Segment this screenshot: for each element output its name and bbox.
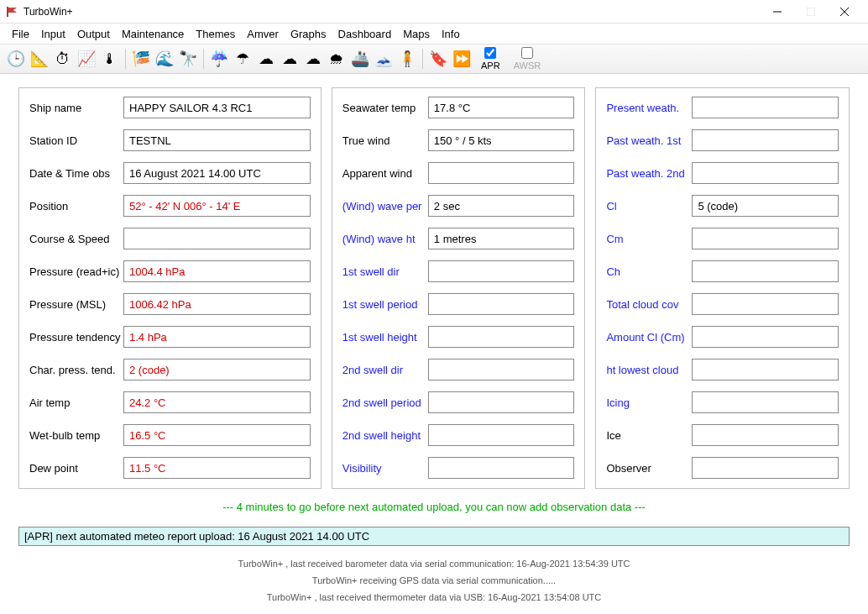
binoculars-icon[interactable]: 🔭 <box>177 48 199 70</box>
menu-graphs[interactable]: Graphs <box>285 26 332 42</box>
form-row: Date & Time obs16 August 2021 14.00 UTC <box>29 162 311 184</box>
field-value[interactable] <box>428 162 575 184</box>
field-value[interactable] <box>428 424 575 446</box>
field-label: Total cloud cov <box>606 298 692 311</box>
field-value[interactable]: TESTNL <box>123 129 311 151</box>
menu-amver[interactable]: Amver <box>242 26 284 42</box>
form-row: Course & Speed <box>29 228 311 249</box>
form-row: Station IDTESTNL <box>29 129 311 151</box>
field-value[interactable] <box>428 391 575 413</box>
field-label: 1st swell period <box>342 298 428 311</box>
cloud-cm-icon[interactable]: ☁ <box>279 48 301 70</box>
field-label: Amount Cl (Cm) <box>606 331 692 344</box>
gauge-icon[interactable]: ⏱ <box>52 48 74 70</box>
menu-input[interactable]: Input <box>36 26 71 42</box>
field-value[interactable] <box>692 391 839 413</box>
field-value[interactable]: 1 metres <box>428 228 575 249</box>
field-value[interactable] <box>692 228 839 249</box>
clock-icon[interactable]: 🕒 <box>5 48 27 70</box>
awsr-checkbox[interactable]: AWSR <box>514 47 541 71</box>
field-label: 2nd swell dir <box>342 364 428 376</box>
close-button[interactable] <box>828 0 861 24</box>
field-value[interactable] <box>692 97 839 118</box>
umbrella-icon[interactable]: ☂ <box>232 48 254 70</box>
field-value[interactable] <box>692 326 839 348</box>
maximize-button[interactable] <box>794 0 828 24</box>
status-line: TurboWin+ , last received thermometer da… <box>0 590 868 606</box>
field-value[interactable]: 24.2 °C <box>123 391 311 413</box>
field-label: Past weath. 2nd <box>606 167 692 180</box>
field-value[interactable]: 5 (code) <box>692 195 839 217</box>
field-value[interactable]: 2 sec <box>428 195 575 217</box>
form-row: 1st swell dir <box>342 260 575 282</box>
form-row: Seawater temp17.8 °C <box>342 97 575 118</box>
field-label: 2nd swell height <box>342 429 428 442</box>
field-value[interactable]: 16 August 2021 14.00 UTC <box>123 162 311 184</box>
field-value[interactable] <box>428 293 575 315</box>
menu-info[interactable]: Info <box>437 26 465 42</box>
form-row: Observer <box>606 457 839 479</box>
menu-dashboard[interactable]: Dashboard <box>333 26 397 42</box>
apr-checkbox[interactable]: APR <box>481 47 500 71</box>
cloud-total-icon[interactable]: 🌧 <box>326 48 348 70</box>
rain-purple-icon[interactable]: ☔ <box>208 48 230 70</box>
field-value[interactable]: 11.5 °C <box>123 457 311 479</box>
toolbar: 🕒📐⏱📈🌡🎏🌊🔭☔☂☁☁☁🌧🚢🗻🧍🔖⏩ APR AWSR <box>0 44 868 74</box>
field-value[interactable]: 1006.42 hPa <box>123 293 311 315</box>
field-value[interactable] <box>428 457 575 479</box>
form-row: Past weath. 1st <box>606 129 839 151</box>
field-value[interactable] <box>692 359 839 380</box>
form-row: Pressure (read+ic)1004.4 hPa <box>29 260 311 282</box>
field-value[interactable] <box>428 260 575 282</box>
field-value[interactable]: HAPPY SAILOR 4.3 RC1 <box>123 97 311 118</box>
bookmark-icon[interactable]: 🔖 <box>427 48 449 70</box>
form-row: Cl5 (code) <box>606 195 839 217</box>
thermometer-icon[interactable]: 🌡 <box>99 48 121 70</box>
field-label: Icing <box>606 396 692 409</box>
field-value[interactable]: 52° - 42' N 006° - 14' E <box>123 195 311 217</box>
person-icon[interactable]: 🧍 <box>396 48 418 70</box>
wave-icon[interactable]: 🌊 <box>154 48 175 70</box>
field-label: Course & Speed <box>29 233 123 245</box>
field-value[interactable] <box>123 228 311 249</box>
field-value[interactable] <box>692 293 839 315</box>
field-value[interactable]: 17.8 °C <box>428 97 575 118</box>
menu-maps[interactable]: Maps <box>398 26 435 42</box>
form-row: Past weath. 2nd <box>606 162 839 184</box>
field-label: Past weath. 1st <box>606 134 692 147</box>
form-row: Dew point11.5 °C <box>29 457 311 479</box>
field-label: Observer <box>606 462 692 475</box>
field-label: Pressure tendency <box>29 331 123 344</box>
field-value[interactable]: 1.4 hPa <box>123 326 311 348</box>
field-value[interactable]: 1004.4 hPa <box>123 260 311 282</box>
menu-themes[interactable]: Themes <box>191 26 240 42</box>
field-value[interactable] <box>692 457 839 479</box>
ship-icon[interactable]: 🚢 <box>349 48 371 70</box>
windsock-icon[interactable]: 🎏 <box>130 48 152 70</box>
field-value[interactable]: 16.5 °C <box>123 424 311 446</box>
field-value[interactable] <box>692 260 839 282</box>
form-row: 1st swell period <box>342 293 575 315</box>
menu-output[interactable]: Output <box>72 26 115 42</box>
form-row: Ship nameHAPPY SAILOR 4.3 RC1 <box>29 97 311 118</box>
form-row: Ch <box>606 260 839 282</box>
field-value[interactable]: 150 ° / 5 kts <box>428 129 575 151</box>
iceberg-icon[interactable]: 🗻 <box>373 48 395 70</box>
field-value[interactable] <box>428 326 575 348</box>
field-value[interactable] <box>428 359 575 380</box>
group-weather-clouds: Present weath.Past weath. 1stPast weath.… <box>595 87 850 489</box>
forward-icon[interactable]: ⏩ <box>451 48 473 70</box>
menu-maintenance[interactable]: Maintenance <box>117 26 189 42</box>
field-value[interactable]: 2 (code) <box>123 359 311 380</box>
minimize-button[interactable] <box>761 0 794 24</box>
cloud-ch-icon[interactable]: ☁ <box>302 48 324 70</box>
compass-icon[interactable]: 📐 <box>29 48 50 70</box>
menu-file[interactable]: File <box>7 26 34 42</box>
field-value[interactable] <box>692 424 839 446</box>
field-value[interactable] <box>692 162 839 184</box>
app-flag-icon <box>7 7 18 17</box>
form-row: Total cloud cov <box>606 293 839 315</box>
cloud-cl-icon[interactable]: ☁ <box>255 48 277 70</box>
chart-icon[interactable]: 📈 <box>76 48 97 70</box>
field-value[interactable] <box>692 129 839 151</box>
